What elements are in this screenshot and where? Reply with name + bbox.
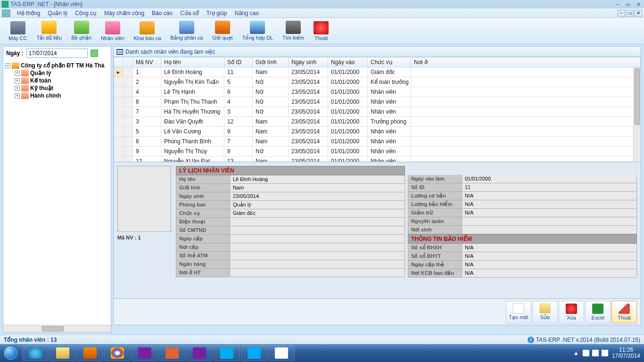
task-app2[interactable] xyxy=(186,345,213,361)
table-row[interactable]: 8Phùng Thanh Bình7Nam23/05/201401/01/200… xyxy=(114,137,641,147)
action-excel[interactable]: Excel xyxy=(585,301,611,323)
employee-detail: Mã NV : 1 LÝ LỊCH NHÂN VIÊN Họ tênLê Đìn… xyxy=(113,162,641,299)
start-button[interactable] xyxy=(0,344,22,362)
sidebar-hscroll[interactable] xyxy=(3,325,111,332)
tray-icons[interactable]: ▲ xyxy=(573,350,608,356)
tool-tổng-hợp-dl[interactable]: Tổng hợp DL xyxy=(238,20,278,42)
row-selector[interactable] xyxy=(114,97,124,107)
row-selector[interactable] xyxy=(114,147,124,156)
expand-icon[interactable]: + xyxy=(15,78,20,83)
exit-icon xyxy=(619,304,630,314)
action-sửa[interactable]: Sửa xyxy=(532,301,558,323)
table-row[interactable]: 9Nguyễn Thị Thúy8Nữ23/05/201401/01/2000N… xyxy=(114,147,641,156)
tool-thoát[interactable]: Thoát xyxy=(309,20,333,42)
col-họ-tên[interactable]: Họ tên xyxy=(161,58,224,67)
row-selector[interactable]: ▸ xyxy=(114,67,124,77)
mdi-close-icon[interactable]: ✕ xyxy=(635,10,642,16)
tool-tìm-kiếm[interactable]: Tìm kiếm xyxy=(278,20,309,42)
maycc-icon xyxy=(10,21,25,34)
task-folder[interactable] xyxy=(50,345,76,361)
task-tv[interactable] xyxy=(241,345,267,361)
tree-node-kỹ-thuật[interactable]: +Kỹ thuật xyxy=(14,84,110,92)
task-yahoo[interactable] xyxy=(132,345,158,361)
field-số-cmtnd: Số CMTND xyxy=(176,226,405,235)
tree-node-hành-chính[interactable]: +Hành chính xyxy=(14,92,110,99)
tree-node-kế-toán[interactable]: +Kế toán xyxy=(14,77,110,84)
new-icon xyxy=(513,303,524,313)
mdi-restore-icon[interactable]: ▭ xyxy=(626,10,634,16)
field-họ-tên: Họ tênLê Đình Hoàng xyxy=(176,175,405,184)
yahoo-icon xyxy=(138,347,151,359)
menu-báo-cáo[interactable]: Báo cáo xyxy=(148,9,176,17)
task-skype[interactable] xyxy=(214,345,240,361)
tree-node-quản-lý[interactable]: +Quản lý xyxy=(14,69,110,77)
field-nơi-cấp: Nơi cấp xyxy=(176,243,405,252)
col-mã-nv[interactable]: Mã NV xyxy=(133,58,161,67)
menu-hệ-thống[interactable]: Hệ thống xyxy=(13,9,44,17)
expand-icon[interactable]: + xyxy=(15,86,20,91)
menu-công-cụ[interactable]: Công cụ xyxy=(71,9,100,17)
menu-cửa-sổ[interactable]: Cửa sổ xyxy=(176,9,203,17)
task-app1[interactable] xyxy=(159,345,185,361)
expand-icon[interactable]: + xyxy=(15,93,20,99)
action-thoát[interactable]: Thoát xyxy=(611,301,637,323)
thoat-icon xyxy=(314,21,329,34)
company-icon xyxy=(12,62,19,69)
menu-trợ-giúp[interactable]: Trợ giúp xyxy=(203,9,231,17)
table-row[interactable]: ▸1Lê Đình Hoàng11Nam23/05/201401/01/2000… xyxy=(114,67,641,77)
mdi-minimize-icon[interactable]: ─ xyxy=(618,10,625,16)
expand-icon[interactable]: + xyxy=(15,71,20,76)
tool-khai-báo-ca[interactable]: Khai báo ca xyxy=(129,20,165,42)
row-selector[interactable] xyxy=(114,107,124,117)
tool-máy-cc[interactable]: Máy CC xyxy=(4,20,32,42)
task-ie[interactable] xyxy=(22,345,49,361)
row-selector[interactable] xyxy=(114,137,124,147)
row-head xyxy=(124,77,133,87)
table-row[interactable]: 2Nguyễn Thị Kim Tuấn5Nữ23/05/201401/01/2… xyxy=(114,77,641,87)
maximize-icon[interactable]: ▭ xyxy=(624,1,632,8)
row-selector[interactable] xyxy=(114,127,124,137)
menu-máy-chấm-công[interactable]: Máy chấm công xyxy=(100,9,148,17)
task-tas[interactable] xyxy=(268,345,295,361)
refresh-icon[interactable] xyxy=(91,49,98,57)
table-row[interactable]: 5Lê Văn Cương9Nam23/05/201401/01/2000Nhâ… xyxy=(114,127,641,137)
col-số-id[interactable]: Số ID xyxy=(224,58,253,67)
task-media[interactable] xyxy=(77,345,103,361)
collapse-icon[interactable]: − xyxy=(5,63,10,68)
table-row[interactable]: 3Đào Văn Quyết12Nam23/05/201401/01/2000T… xyxy=(114,117,641,127)
tool-bộ-phận[interactable]: Bộ phận xyxy=(66,20,96,42)
row-selector[interactable] xyxy=(114,117,124,127)
tool-giờ-quẹt[interactable]: Giờ quẹt xyxy=(207,20,237,42)
field-giảm-trừ: Giảm trừN/A xyxy=(408,209,637,217)
row-selector[interactable] xyxy=(114,156,124,162)
row-selector[interactable] xyxy=(114,77,124,87)
col-giới-tính[interactable]: Giới tính xyxy=(253,58,289,67)
row-head xyxy=(124,147,133,156)
close-icon[interactable]: ✕ xyxy=(635,1,642,8)
table-row[interactable]: 12Nguyễn XUân Đạt13Nam23/05/201401/01/20… xyxy=(114,156,641,162)
action-xóa[interactable]: Xóa xyxy=(559,301,584,323)
col-chức-vụ[interactable]: Chức vụ xyxy=(368,58,411,67)
tree-root[interactable]: − Công ty cổ phần ĐT TM Hà Thà xyxy=(4,62,110,69)
refresh-button[interactable] xyxy=(2,9,10,17)
tool-tải-dữ-liệu[interactable]: Tải dữ liệu xyxy=(32,20,66,42)
table-row[interactable]: 6Phạm Thị Thu Thanh4Nữ23/05/201401/01/20… xyxy=(114,97,641,107)
table-row[interactable]: 4Lê Thị Hạnh6Nữ23/05/201401/01/2000Nhân … xyxy=(114,87,641,97)
tool-nhân-viên[interactable]: Nhân viên xyxy=(96,20,129,42)
system-clock[interactable]: 11:26 17/07/2014 xyxy=(612,347,640,359)
grid-vscroll[interactable] xyxy=(633,67,641,162)
tool-bảng-phân-ca[interactable]: Bảng phân ca xyxy=(166,20,208,42)
col-ngày-vào[interactable]: Ngày vào xyxy=(328,58,368,67)
col-ngày-sinh[interactable]: Ngày sinh xyxy=(289,58,328,67)
menu-nâng-cao[interactable]: Nâng cao xyxy=(231,9,263,17)
table-row[interactable]: 7Hà Thị Huyền Thương3Nữ23/05/201401/01/2… xyxy=(114,107,641,117)
task-chrome[interactable] xyxy=(104,345,131,361)
bophan-icon xyxy=(74,21,89,34)
col-nơi-ở[interactable]: Nơi ở xyxy=(411,58,641,67)
date-input[interactable] xyxy=(26,49,88,58)
employee-grid: Danh sách nhân viên đang làm việc Mã NVH… xyxy=(113,46,641,162)
minimize-icon[interactable]: ─ xyxy=(614,1,621,8)
row-selector[interactable] xyxy=(114,87,124,97)
action-tạo-mới[interactable]: Tạo mới xyxy=(506,301,531,323)
menu-quản-lý[interactable]: Quản lý xyxy=(44,9,71,17)
